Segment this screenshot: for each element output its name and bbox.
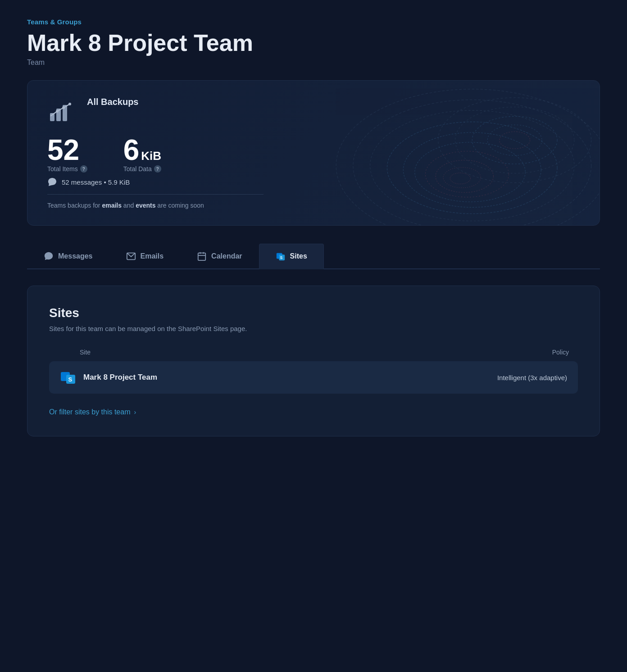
tab-sites-label: Sites — [290, 252, 307, 260]
sites-panel-title: Sites — [49, 306, 578, 320]
sharepoint-site-icon: S — [60, 369, 76, 386]
svg-point-20 — [56, 110, 59, 113]
svg-rect-22 — [198, 253, 206, 261]
tab-sites[interactable]: S Sites — [259, 244, 324, 269]
col-policy-header: Policy — [552, 349, 569, 356]
tab-messages-label: Messages — [58, 252, 93, 260]
tab-calendar-label: Calendar — [211, 252, 242, 260]
total-items-number: 52 — [47, 136, 87, 164]
tab-calendar[interactable]: Calendar — [180, 244, 259, 268]
sites-panel: Sites Sites for this team can be managed… — [27, 286, 600, 436]
tab-messages[interactable]: Messages — [27, 244, 109, 268]
calendar-icon — [197, 251, 207, 261]
page-subtitle: Team — [27, 59, 600, 67]
total-items-help-icon[interactable]: ? — [80, 165, 87, 173]
total-data-number: 6KiB — [123, 136, 161, 164]
total-data-label: Total Data ? — [123, 165, 161, 173]
total-items-label: Total Items ? — [47, 165, 87, 173]
tabs-container: Messages Emails Calendar S Sites — [27, 244, 600, 269]
col-site-header: Site — [80, 349, 91, 356]
backup-card-title: All Backups — [87, 97, 138, 107]
backup-card: .topo { fill: none; stroke-width: 1.2; }… — [27, 80, 600, 226]
svg-point-19 — [62, 106, 65, 109]
email-icon — [126, 251, 136, 261]
page-title: Mark 8 Project Team — [27, 30, 600, 56]
tab-emails[interactable]: Emails — [109, 244, 181, 268]
backup-chart-icon — [47, 99, 74, 127]
svg-text:S: S — [68, 376, 73, 383]
backup-notice: Teams backups for emails and events are … — [47, 202, 580, 209]
svg-point-18 — [68, 103, 71, 105]
chat-icon — [44, 251, 54, 261]
tab-emails-label: Emails — [141, 252, 164, 260]
messages-summary-row: 52 messages • 5.9 KiB — [47, 177, 580, 187]
table-row[interactable]: S Mark 8 Project Team Intelligent (3x ad… — [49, 361, 578, 394]
chevron-right-icon: › — [134, 409, 136, 416]
total-data-help-icon[interactable]: ? — [154, 165, 161, 173]
site-name: Mark 8 Project Team — [83, 373, 157, 382]
sites-table-header: Site Policy — [49, 349, 578, 361]
sites-panel-description: Sites for this team can be managed on th… — [49, 325, 578, 332]
svg-text:S: S — [280, 256, 282, 260]
sharepoint-tab-icon: S — [276, 251, 286, 261]
chat-bubble-icon — [47, 177, 57, 187]
filter-sites-link[interactable]: Or filter sites by this team › — [49, 408, 578, 416]
backup-divider — [47, 194, 264, 195]
breadcrumb[interactable]: Teams & Groups — [27, 18, 600, 26]
site-policy: Intelligent (3x adaptive) — [497, 374, 567, 381]
